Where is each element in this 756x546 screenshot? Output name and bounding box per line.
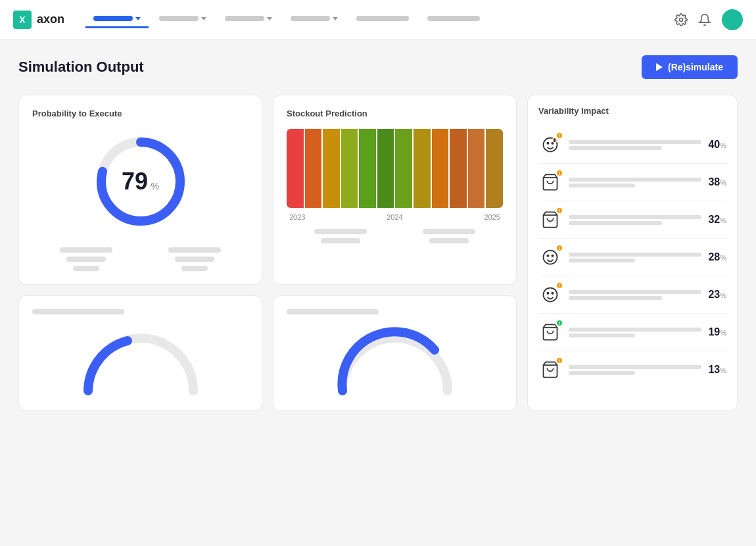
stockout-stat-2	[423, 229, 475, 243]
bottom-mid-chart	[287, 325, 503, 397]
bar-6	[395, 129, 412, 208]
label-2024: 2024	[387, 213, 402, 221]
avatar[interactable]	[722, 9, 743, 30]
bar-chart: 2023 2024 2025	[287, 129, 503, 221]
var-unit-4: %	[720, 291, 726, 299]
chevron-icon-4	[333, 17, 338, 20]
donut-chart: 79 %	[88, 129, 193, 234]
label-2023: 2023	[289, 213, 305, 221]
var-unit-5: %	[720, 329, 726, 337]
nav-label-1	[93, 16, 133, 21]
bottom-left-title	[32, 309, 124, 314]
svg-point-5	[552, 143, 553, 144]
var-bar-6b	[569, 371, 635, 375]
var-percent-2: 32%	[708, 214, 726, 226]
var-bar-0b	[569, 146, 662, 150]
stat-bar-6	[181, 266, 208, 271]
var-bar-6a	[569, 365, 701, 369]
page-content: Simulation Output (Re)simulate Probabili…	[0, 39, 756, 427]
var-bar-4b	[569, 296, 662, 300]
simulate-button[interactable]: (Re)simulate	[642, 55, 738, 79]
nav-item-3[interactable]	[217, 11, 280, 28]
var-content-3	[569, 253, 701, 262]
page-title: Simulation Output	[18, 59, 144, 76]
var-content-5	[569, 328, 701, 337]
var-content-0	[569, 140, 701, 150]
stockout-card-title: Stockout Prediction	[287, 109, 503, 118]
svg-point-10	[544, 251, 557, 264]
var-icon-6: !	[538, 358, 562, 382]
var-badge-4: !	[555, 282, 563, 289]
chevron-icon-2	[201, 17, 206, 20]
bottom-left-card	[18, 295, 262, 411]
stat-bar-3	[73, 266, 99, 271]
svg-point-13	[544, 288, 557, 302]
bar-7	[413, 129, 431, 208]
bar-0	[287, 129, 304, 208]
bar-11	[486, 129, 503, 208]
stat-bar-2	[66, 257, 106, 262]
nav-item-5[interactable]	[348, 11, 417, 28]
bottom-mid-card	[273, 295, 517, 411]
nav-item-1[interactable]	[85, 11, 149, 28]
stockout-stat-1	[314, 229, 367, 243]
var-badge-3: !	[555, 244, 563, 252]
logo[interactable]: X axon	[13, 11, 64, 29]
var-item-4: ! 23%	[538, 276, 726, 314]
bar-3	[341, 129, 358, 208]
svg-point-15	[552, 293, 553, 294]
bar-5	[377, 129, 394, 208]
ss-bar-4	[429, 238, 469, 243]
ss-bar-1	[314, 229, 367, 234]
svg-point-4	[547, 143, 548, 144]
variability-card-title: Variability Impact	[538, 106, 726, 116]
variability-card: Variability Impact ! !	[527, 95, 738, 411]
bar-9	[450, 129, 467, 208]
bar-chart-bars	[287, 129, 503, 208]
donut-center: 79 %	[122, 170, 159, 193]
stat-bar-1	[60, 247, 112, 253]
nav-item-2[interactable]	[151, 11, 214, 28]
svg-point-0	[680, 18, 683, 21]
var-unit-1: %	[720, 179, 726, 187]
nav-items	[85, 11, 653, 28]
var-content-4	[569, 290, 701, 300]
var-item-2: ! 32%	[538, 201, 726, 239]
var-content-1	[569, 178, 701, 187]
stat-bar-4	[168, 247, 221, 253]
var-bar-2a	[569, 215, 701, 219]
nav-item-6[interactable]	[419, 11, 488, 28]
bell-icon[interactable]	[698, 13, 711, 26]
bar-10	[468, 129, 485, 208]
var-badge-6: !	[555, 357, 563, 364]
var-percent-5: 19%	[708, 326, 726, 338]
prob-card-title: Probability to Execute	[32, 109, 248, 118]
page-header: Simulation Output (Re)simulate	[18, 55, 738, 79]
prob-stats	[32, 247, 248, 271]
var-item-5: ! 19%	[538, 314, 726, 351]
stockout-card: Stockout Prediction 2023	[273, 95, 517, 285]
donut-unit: %	[151, 181, 159, 191]
var-unit-0: %	[720, 141, 726, 149]
var-bar-1a	[569, 178, 701, 182]
grid: Probability to Execute 79 %	[18, 95, 738, 411]
var-item-0: ! ! 40%	[538, 126, 726, 164]
var-bar-4a	[569, 290, 701, 294]
var-content-2	[569, 215, 701, 225]
var-percent-6: 13%	[708, 364, 726, 376]
probability-card: Probability to Execute 79 %	[18, 95, 262, 285]
settings-icon[interactable]	[674, 13, 688, 26]
svg-point-12	[552, 255, 553, 257]
bar-8	[432, 129, 449, 208]
var-icon-5: !	[538, 320, 562, 344]
svg-point-14	[547, 293, 548, 294]
nav-item-4[interactable]	[283, 11, 346, 28]
prob-stat-2	[168, 247, 221, 271]
var-percent-3: 28%	[708, 251, 726, 263]
navbar: X axon	[0, 0, 756, 39]
var-unit-3: %	[720, 254, 726, 262]
nav-label-6	[427, 16, 480, 21]
var-icon-1: !	[538, 170, 562, 194]
nav-label-4	[291, 16, 330, 21]
var-bar-0a	[569, 140, 701, 144]
